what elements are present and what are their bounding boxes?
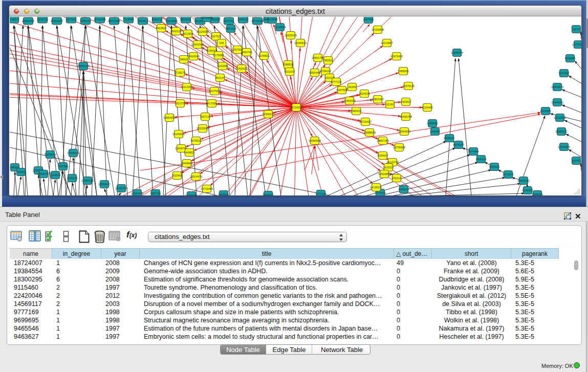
svg-text:2087682: 2087682 xyxy=(363,18,374,21)
svg-text:9146821: 9146821 xyxy=(259,54,270,57)
svg-text:9465546: 9465546 xyxy=(219,193,229,195)
svg-text:13654923: 13654923 xyxy=(398,130,410,133)
svg-text:803144: 803144 xyxy=(215,76,225,79)
svg-text:6466161: 6466161 xyxy=(238,18,249,21)
svg-text:164095: 164095 xyxy=(430,130,440,133)
svg-text:98902: 98902 xyxy=(180,58,188,61)
svg-text:7955812: 7955812 xyxy=(323,59,334,62)
svg-text:13716485: 13716485 xyxy=(201,187,213,190)
svg-text:9227342: 9227342 xyxy=(559,72,570,75)
svg-text:8938923: 8938923 xyxy=(444,137,455,140)
svg-text:9427552: 9427552 xyxy=(209,90,220,93)
svg-text:5678312: 5678312 xyxy=(191,139,202,142)
svg-text:10719186: 10719186 xyxy=(251,19,264,23)
svg-text:8990443: 8990443 xyxy=(310,71,320,74)
svg-text:9463627: 9463627 xyxy=(399,188,409,191)
svg-text:7663821: 7663821 xyxy=(138,19,148,23)
svg-text:116753: 116753 xyxy=(572,159,581,162)
svg-text:8471676: 8471676 xyxy=(503,173,514,176)
svg-text:16210693: 16210693 xyxy=(554,116,566,119)
svg-text:16648784: 16648784 xyxy=(451,51,463,54)
svg-text:6879197: 6879197 xyxy=(453,143,464,146)
svg-text:8660124: 8660124 xyxy=(171,30,182,33)
svg-text:7625402: 7625402 xyxy=(172,174,183,177)
svg-text:8215955: 8215955 xyxy=(540,110,551,113)
svg-text:10688609: 10688609 xyxy=(363,131,376,134)
svg-text:39154: 39154 xyxy=(17,170,25,173)
svg-text:9857791: 9857791 xyxy=(150,192,161,195)
svg-text:1362615: 1362615 xyxy=(236,67,247,70)
svg-text:19384554: 19384554 xyxy=(309,139,321,142)
svg-text:18807249: 18807249 xyxy=(377,139,389,142)
svg-text:12093873: 12093873 xyxy=(551,85,563,89)
svg-text:8454749: 8454749 xyxy=(242,51,252,54)
svg-text:12923448: 12923448 xyxy=(131,192,143,195)
svg-text:17857225: 17857225 xyxy=(81,179,94,182)
svg-text:3175685: 3175685 xyxy=(213,54,224,57)
svg-text:13325419: 13325419 xyxy=(285,34,297,37)
svg-text:9327505: 9327505 xyxy=(211,35,222,38)
svg-text:16671385: 16671385 xyxy=(108,19,120,23)
svg-text:6466160: 6466160 xyxy=(80,19,91,23)
svg-text:2505135: 2505135 xyxy=(67,177,78,180)
svg-text:7485063: 7485063 xyxy=(398,70,409,73)
svg-text:1615112: 1615112 xyxy=(383,166,394,169)
svg-text:2935114: 2935114 xyxy=(476,158,487,161)
svg-text:15409948: 15409948 xyxy=(181,162,193,165)
svg-text:10973493: 10973493 xyxy=(390,55,403,58)
svg-text:13524851: 13524851 xyxy=(378,172,390,176)
svg-text:10654112: 10654112 xyxy=(517,179,530,182)
svg-text:16033809: 16033809 xyxy=(165,19,178,23)
svg-text:1089695: 1089695 xyxy=(427,122,438,125)
svg-text:46266: 46266 xyxy=(349,85,356,89)
svg-text:8813054: 8813054 xyxy=(267,18,278,21)
svg-text:7857224: 7857224 xyxy=(226,27,236,30)
svg-text:9474444: 9474444 xyxy=(468,150,479,153)
svg-text:16961758: 16961758 xyxy=(312,56,324,59)
svg-text:18724007: 18724007 xyxy=(290,106,302,109)
svg-text:9329966: 9329966 xyxy=(565,57,576,60)
svg-text:7515545: 7515545 xyxy=(123,18,134,21)
svg-text:15226058: 15226058 xyxy=(197,30,209,33)
svg-text:3267130: 3267130 xyxy=(200,115,211,118)
svg-text:7663822: 7663822 xyxy=(156,27,167,30)
svg-text:1527601: 1527601 xyxy=(224,19,234,23)
svg-text:9777109: 9777109 xyxy=(331,80,342,83)
svg-text:19654935: 19654935 xyxy=(163,116,176,119)
svg-text:10719185: 10719185 xyxy=(94,18,106,21)
svg-text:16914479: 16914479 xyxy=(190,175,202,178)
svg-text:12975125: 12975125 xyxy=(402,84,415,87)
svg-text:28053346: 28053346 xyxy=(77,64,90,68)
svg-text:1527602: 1527602 xyxy=(66,18,77,21)
svg-text:11172: 11172 xyxy=(573,28,580,31)
svg-text:417006: 417006 xyxy=(207,102,216,105)
svg-text:9242845: 9242845 xyxy=(217,64,228,68)
svg-text:10543362: 10543362 xyxy=(191,43,204,46)
svg-text:9097585: 9097585 xyxy=(58,165,69,168)
svg-text:2718176: 2718176 xyxy=(175,71,186,74)
svg-text:13535594: 13535594 xyxy=(197,127,209,130)
svg-text:12942757: 12942757 xyxy=(37,172,50,176)
svg-text:1588520: 1588520 xyxy=(283,63,294,66)
svg-text:9794023: 9794023 xyxy=(320,70,331,73)
svg-text:1463627: 1463627 xyxy=(401,100,411,103)
svg-text:19218506: 19218506 xyxy=(274,26,286,29)
svg-text:8813051: 8813051 xyxy=(181,18,191,21)
svg-text:12444191: 12444191 xyxy=(551,101,563,104)
svg-text:13716485: 13716485 xyxy=(185,194,198,195)
svg-text:9777169: 9777169 xyxy=(316,192,326,195)
svg-text:8322037: 8322037 xyxy=(285,70,295,73)
svg-text:9215460: 9215460 xyxy=(422,106,433,109)
svg-text:15720407: 15720407 xyxy=(359,120,372,123)
svg-text:9699695: 9699695 xyxy=(263,193,274,195)
svg-text:19166825: 19166825 xyxy=(172,133,185,136)
svg-text:1164519: 1164519 xyxy=(50,173,61,177)
svg-text:8235719: 8235719 xyxy=(37,18,48,21)
svg-text:16782759: 16782759 xyxy=(115,187,127,190)
svg-text:3624534: 3624534 xyxy=(359,92,370,95)
svg-text:15300275: 15300275 xyxy=(262,113,274,116)
svg-text:12213393: 12213393 xyxy=(181,85,193,89)
svg-text:23420046: 23420046 xyxy=(187,55,200,58)
svg-text:15751074: 15751074 xyxy=(572,43,581,46)
svg-text:6497505: 6497505 xyxy=(337,89,347,92)
